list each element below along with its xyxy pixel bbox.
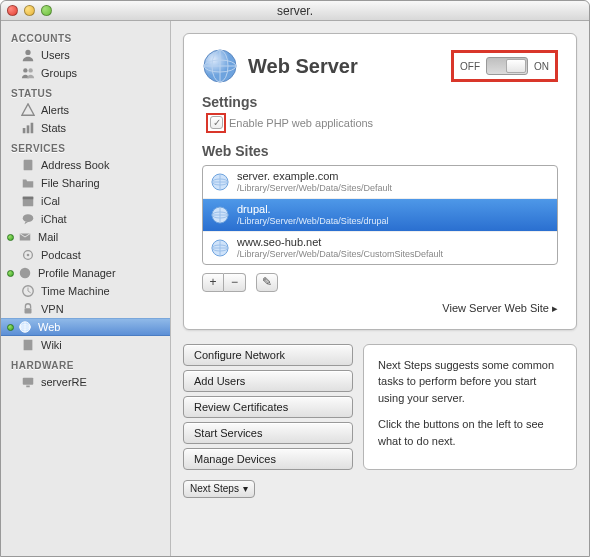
globe-large-icon <box>202 48 238 84</box>
sidebar-item-time-machine[interactable]: Time Machine <box>1 282 170 300</box>
globe-icon <box>211 206 229 224</box>
site-name: www.seo-hub.net <box>237 236 443 249</box>
site-path: /Library/Server/Web/Data/Sites/Default <box>237 183 392 194</box>
switch-off-label: OFF <box>460 61 480 72</box>
status-dot-icon <box>7 270 14 277</box>
sidebar-item-label: serverRE <box>41 376 87 388</box>
sidebar-item-profile-manager[interactable]: Profile Manager <box>1 264 170 282</box>
sidebar-item-users[interactable]: Users <box>1 46 170 64</box>
titlebar: server. <box>1 1 589 21</box>
sidebar-item-wiki[interactable]: Wiki <box>1 336 170 354</box>
sidebar-item-web[interactable]: Web <box>1 318 170 336</box>
svg-rect-4 <box>27 125 30 133</box>
chevron-down-icon: ▾ <box>243 483 248 494</box>
minimize-window-button[interactable] <box>24 5 35 16</box>
status-dot-icon <box>7 324 14 331</box>
enable-php-label: Enable PHP web applications <box>229 117 373 129</box>
add-site-button[interactable]: + <box>202 273 224 292</box>
checkbox-highlight <box>206 113 226 133</box>
zoom-window-button[interactable] <box>41 5 52 16</box>
address-book-icon <box>21 158 35 172</box>
sidebar-item-label: Address Book <box>41 159 109 171</box>
sidebar-item-label: Stats <box>41 122 66 134</box>
sidebar-item-label: VPN <box>41 303 64 315</box>
sidebar-item-label: Podcast <box>41 249 81 261</box>
close-window-button[interactable] <box>7 5 18 16</box>
sidebar-item-label: Mail <box>38 231 58 243</box>
sidebar-item-ical[interactable]: iCal <box>1 192 170 210</box>
svg-rect-18 <box>24 340 33 351</box>
panel-title: Web Server <box>248 55 358 78</box>
next-steps-info: Next Steps suggests some common tasks to… <box>363 344 577 470</box>
main-panel: Web Server OFF ON Settings ✓ Enable PHP … <box>183 33 577 330</box>
service-toggle[interactable] <box>486 57 528 75</box>
svg-rect-19 <box>23 378 34 385</box>
sidebar-item-file-sharing[interactable]: File Sharing <box>1 174 170 192</box>
settings-heading: Settings <box>202 94 558 110</box>
add-users-button[interactable]: Add Users <box>183 370 353 392</box>
sidebar-item-mail[interactable]: Mail <box>1 228 170 246</box>
sidebar-item-label: Profile Manager <box>38 267 116 279</box>
next-steps-button[interactable]: Next Steps ▾ <box>183 480 255 498</box>
sidebar-item-label: iChat <box>41 213 67 225</box>
folder-icon <box>21 176 35 190</box>
switch-on-label: ON <box>534 61 549 72</box>
site-path: /Library/Server/Web/Data/Sites/drupal <box>237 216 388 227</box>
sidebar: ACCOUNTS Users Groups STATUS Alerts Stat… <box>1 21 171 556</box>
svg-rect-20 <box>26 386 30 388</box>
review-certificates-button[interactable]: Review Certificates <box>183 396 353 418</box>
next-steps-text-1: Next Steps suggests some common tasks to… <box>378 357 562 407</box>
globe-icon <box>211 173 229 191</box>
remove-site-button[interactable]: − <box>224 273 246 292</box>
site-row[interactable]: server. example.com /Library/Server/Web/… <box>203 166 557 199</box>
site-path: /Library/Server/Web/Data/Sites/CustomSit… <box>237 249 443 260</box>
clock-icon <box>21 284 35 298</box>
svg-point-13 <box>20 268 31 279</box>
sidebar-item-address-book[interactable]: Address Book <box>1 156 170 174</box>
sidebar-item-ichat[interactable]: iChat <box>1 210 170 228</box>
configure-network-button[interactable]: Configure Network <box>183 344 353 366</box>
svg-rect-5 <box>31 123 34 134</box>
svg-point-1 <box>23 68 27 72</box>
sidebar-item-label: Web <box>38 321 60 333</box>
manage-devices-button[interactable]: Manage Devices <box>183 448 353 470</box>
window-title: server. <box>277 4 313 18</box>
sidebar-item-podcast[interactable]: Podcast <box>1 246 170 264</box>
status-dot-icon <box>7 234 14 241</box>
sidebar-item-server[interactable]: serverRE <box>1 373 170 391</box>
sidebar-item-vpn[interactable]: VPN <box>1 300 170 318</box>
site-row[interactable]: drupal. /Library/Server/Web/Data/Sites/d… <box>203 199 557 232</box>
websites-heading: Web Sites <box>202 143 558 159</box>
site-name: drupal. <box>237 203 388 216</box>
svg-point-0 <box>25 50 30 55</box>
mail-icon <box>18 230 32 244</box>
svg-rect-6 <box>24 160 33 171</box>
profile-icon <box>18 266 32 280</box>
svg-rect-8 <box>23 197 34 200</box>
display-icon <box>21 375 35 389</box>
svg-rect-3 <box>23 128 26 133</box>
svg-point-9 <box>23 214 34 222</box>
svg-rect-15 <box>25 308 32 313</box>
sidebar-section-services: SERVICES <box>1 137 170 156</box>
sidebar-item-stats[interactable]: Stats <box>1 119 170 137</box>
start-services-button[interactable]: Start Services <box>183 422 353 444</box>
edit-site-button[interactable]: ✎ <box>256 273 278 292</box>
chat-icon <box>21 212 35 226</box>
group-icon <box>21 66 35 80</box>
globe-icon <box>211 239 229 257</box>
wiki-icon <box>21 338 35 352</box>
podcast-icon <box>21 248 35 262</box>
websites-list: server. example.com /Library/Server/Web/… <box>202 165 558 265</box>
sidebar-item-label: Users <box>41 49 70 61</box>
calendar-icon <box>21 194 35 208</box>
sidebar-item-groups[interactable]: Groups <box>1 64 170 82</box>
stats-icon <box>21 121 35 135</box>
sidebar-item-alerts[interactable]: Alerts <box>1 101 170 119</box>
site-name: server. example.com <box>237 170 392 183</box>
svg-point-2 <box>28 68 32 72</box>
sidebar-section-hardware: HARDWARE <box>1 354 170 373</box>
alert-icon <box>21 103 35 117</box>
site-row[interactable]: www.seo-hub.net /Library/Server/Web/Data… <box>203 232 557 264</box>
view-server-website-link[interactable]: View Server Web Site ▸ <box>202 302 558 315</box>
